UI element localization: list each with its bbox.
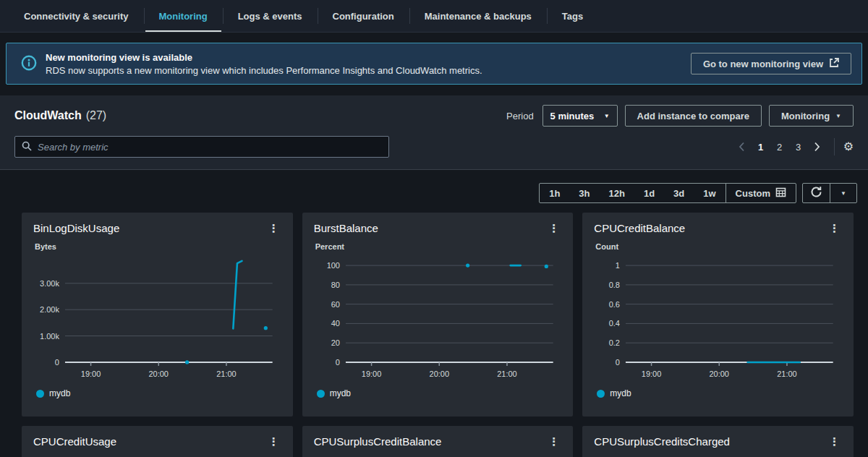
metric-count: (27) [86,109,106,122]
metric-search-box [14,136,389,158]
go-to-new-monitoring-view-button[interactable]: Go to new monitoring view [691,53,851,74]
tab-label: Monitoring [159,11,208,22]
legend-item[interactable]: mydb [597,388,842,398]
svg-text:0.6: 0.6 [609,300,620,309]
info-banner: New monitoring view is available RDS now… [6,43,862,85]
time-range-1h[interactable]: 1h [540,184,569,202]
metric-card-binlogdiskusage: BinLogDiskUsage⋮Bytes01.00k2.00k3.00k19:… [22,213,293,417]
kebab-menu-icon[interactable]: ⋮ [266,222,281,235]
pager-divider [834,138,835,155]
button-label: Add instance to compare [637,111,749,121]
refresh-options-button[interactable]: ▼ [830,184,856,202]
metric-cards-grid: BinLogDiskUsage⋮Bytes01.00k2.00k3.00k19:… [0,213,868,457]
banner-text: New monitoring view is available RDS now… [46,52,482,76]
svg-text:2.00k: 2.00k [40,305,59,314]
time-range-custom[interactable]: Custom [726,184,796,202]
time-range-12h[interactable]: 12h [600,184,634,202]
legend-label: mydb [49,388,70,398]
card-title: BinLogDiskUsage [33,222,119,234]
period-label: Period [506,111,534,121]
svg-text:20: 20 [331,338,339,347]
tab-label: Logs & events [238,11,302,22]
legend-color-dot [36,390,44,398]
legend-color-dot [317,390,325,398]
legend-color-dot [597,390,605,398]
tab-monitoring[interactable]: Monitoring [144,0,223,32]
external-link-icon [829,58,839,70]
svg-text:20:00: 20:00 [710,370,729,378]
period-select[interactable]: 5 minutes ▼ [542,105,618,127]
button-label: Go to new monitoring view [703,59,823,69]
svg-text:0: 0 [336,358,340,367]
card-header: BurstBalance⋮ [314,222,562,235]
page-button-3[interactable]: 3 [791,138,807,155]
cloudwatch-panel-header: CloudWatch (27) Period 5 minutes ▼ Add i… [0,95,868,170]
kebab-menu-icon[interactable]: ⋮ [546,435,561,448]
banner-description: RDS now supports a new monitoring view w… [46,65,482,76]
search-input[interactable] [38,142,382,153]
chevron-down-icon: ▼ [604,114,610,119]
banner-title: New monitoring view is available [46,52,482,63]
svg-text:40: 40 [331,319,339,328]
page-button-2[interactable]: 2 [772,138,788,155]
tab-configuration[interactable]: Configuration [318,0,409,32]
kebab-menu-icon[interactable]: ⋮ [546,222,561,235]
metric-card-cpucreditbalance: CPUCreditBalance⋮Count00.20.40.60.8119:0… [582,213,854,417]
refresh-button[interactable] [803,184,830,202]
card-header: BinLogDiskUsage⋮ [33,222,281,235]
legend-item[interactable]: mydb [317,388,562,398]
search-icon [22,141,32,153]
chart-unit-label: Bytes [35,242,281,251]
next-page-button[interactable] [809,138,825,155]
charts-section: 1h3h12h1d3d1wCustom ▼ BinLogDiskUsage⋮By… [0,170,868,457]
time-range-row: 1h3h12h1d3d1wCustom ▼ [0,183,868,203]
time-range-1d[interactable]: 1d [634,184,664,202]
settings-gear-icon[interactable]: ⚙ [843,141,854,153]
metric-card-cpusurpluscreditbalance: CPUSurplusCreditBalance⋮Count00.20.40.60… [302,426,574,457]
svg-text:0: 0 [616,358,620,367]
refresh-icon [810,186,822,200]
kebab-menu-icon[interactable]: ⋮ [827,435,842,448]
kebab-menu-icon[interactable]: ⋮ [266,435,281,448]
chart-unit-label: Percent [315,242,562,251]
period-value: 5 minutes [550,111,595,121]
metric-card-cpusurpluscreditscharged: CPUSurplusCreditsCharged⋮Count00.20.40.6… [582,426,854,457]
legend-item[interactable]: mydb [36,388,281,398]
svg-text:21:00: 21:00 [216,370,236,378]
chevron-down-icon: ▼ [835,114,841,119]
tab-label: Configuration [333,11,394,22]
tab-connectivity-security[interactable]: Connectivity & security [9,0,144,32]
time-range-group: 1h3h12h1d3d1wCustom [539,183,796,203]
add-instance-to-compare-button[interactable]: Add instance to compare [625,105,762,127]
chart-unit-label: Count [595,242,842,251]
svg-text:0.4: 0.4 [609,319,620,328]
svg-text:19:00: 19:00 [361,370,380,378]
page-button-1[interactable]: 1 [753,138,769,155]
time-range-3h[interactable]: 3h [569,184,599,202]
time-range-3d[interactable]: 3d [664,184,694,202]
svg-text:21:00: 21:00 [778,370,797,378]
card-title: CPUSurplusCreditBalance [314,435,442,448]
flash-banner-section: New monitoring view is available RDS now… [0,33,868,90]
svg-text:1: 1 [616,261,620,270]
tab-logs-events[interactable]: Logs & events [223,0,318,32]
monitoring-dropdown-button[interactable]: Monitoring ▼ [769,105,854,127]
tab-maintenance-backups[interactable]: Maintenance & backups [409,0,547,32]
chart-canvas[interactable]: 01.00k2.00k3.00k19:0020:0021:00 [33,252,281,387]
svg-text:0.8: 0.8 [609,281,620,289]
svg-text:1.00k: 1.00k [40,332,59,341]
svg-text:21:00: 21:00 [497,370,516,378]
chart-canvas[interactable]: 00.20.40.60.8119:0020:0021:00 [594,252,842,387]
chart-canvas[interactable]: 02040608010019:0020:0021:00 [314,252,562,387]
svg-text:0.2: 0.2 [609,338,620,347]
tab-tags[interactable]: Tags [547,0,598,32]
info-icon [21,55,37,73]
card-title: CPUSurplusCreditsCharged [594,435,730,448]
svg-text:20:00: 20:00 [429,370,448,378]
card-title: CPUCreditBalance [594,222,685,234]
kebab-menu-icon[interactable]: ⋮ [827,222,842,235]
svg-text:80: 80 [331,281,339,289]
svg-text:3.00k: 3.00k [40,279,59,288]
time-range-1w[interactable]: 1w [694,184,725,202]
previous-page-button[interactable] [734,138,750,155]
